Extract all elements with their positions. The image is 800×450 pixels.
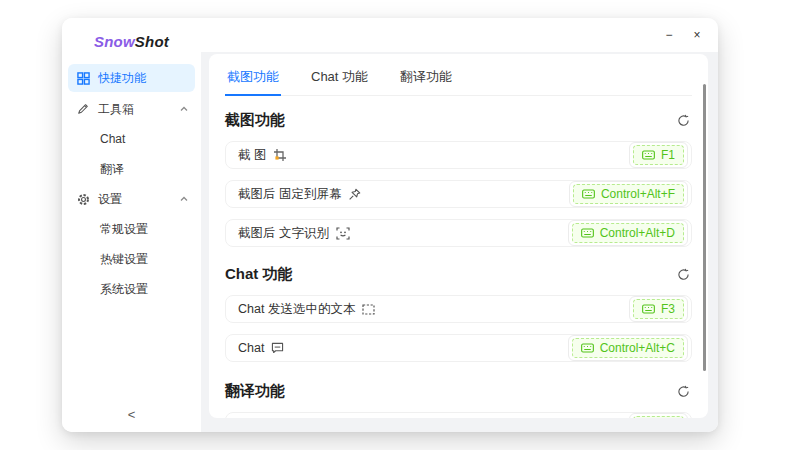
keyboard-icon: [581, 228, 594, 238]
hotkey-button[interactable]: F4: [629, 413, 688, 418]
row-text: Chat 发送选中的文本: [238, 301, 355, 318]
sidebar-item-label: 翻译: [100, 161, 124, 178]
keyboard-icon: [582, 189, 595, 199]
sync-icon: [677, 114, 690, 127]
pen-icon: [76, 103, 90, 115]
tab-chat-functions[interactable]: Chat 功能: [309, 62, 370, 96]
content-area: 截图功能 Chat 功能 翻译功能 截图功能 截 图: [201, 52, 718, 432]
hotkey-text: F3: [661, 301, 675, 317]
section-sync-button[interactable]: [675, 112, 692, 129]
hotkey-text: Control+Alt+C: [600, 340, 675, 356]
sync-icon: [677, 385, 690, 398]
hotkey-tag: F4: [633, 416, 684, 418]
sidebar-collapse-button[interactable]: <: [62, 396, 201, 432]
sidebar-item-hotkey-settings[interactable]: 热键设置: [62, 244, 201, 274]
main-pane: − × 截图功能 Chat 功能 翻译功能 截图功能: [201, 18, 718, 432]
hotkey-button[interactable]: Control+Alt+D: [568, 220, 688, 246]
keyboard-icon: [581, 343, 594, 353]
hotkey-row: 截图后 固定到屏幕 Control+Alt+F: [225, 180, 692, 208]
text-selection-icon: [362, 304, 375, 315]
logo-part-snow: Snow: [94, 33, 135, 50]
hotkey-row-label: Chat: [238, 341, 284, 355]
sidebar-item-translate[interactable]: 翻译: [62, 154, 201, 184]
hotkey-button[interactable]: F3: [629, 296, 688, 322]
hotkey-row-label: 截图后 固定到屏幕: [238, 186, 361, 203]
hotkey-tag: Control+Alt+D: [572, 223, 684, 243]
section-sync-button[interactable]: [675, 266, 692, 283]
keyboard-icon: [642, 304, 655, 314]
gear-icon: [76, 193, 90, 206]
appstore-grid-icon: [76, 72, 90, 85]
chevron-up-icon: [179, 194, 189, 204]
tab-screenshot-functions[interactable]: 截图功能: [225, 62, 281, 96]
tab-translate-functions[interactable]: 翻译功能: [398, 62, 454, 96]
sidebar-item-quick-functions[interactable]: 快捷功能: [68, 64, 195, 92]
sidebar-item-system-settings[interactable]: 系统设置: [62, 274, 201, 304]
section-header-translate: 翻译功能: [225, 381, 692, 401]
sidebar-item-chat[interactable]: Chat: [62, 124, 201, 154]
sidebar-item-label: 快捷功能: [98, 70, 146, 87]
titlebar: − ×: [201, 18, 718, 52]
row-text: 截 图: [238, 147, 266, 164]
hotkey-tag: Control+Alt+F: [573, 184, 684, 204]
app-logo: SnowShot: [62, 18, 201, 56]
hotkey-row-label: 翻译选中的文本: [238, 418, 346, 419]
keyboard-icon: [642, 150, 655, 160]
app-window: SnowShot 快捷功能 工具箱 Chat: [62, 18, 718, 432]
sidebar: SnowShot 快捷功能 工具箱 Chat: [62, 18, 201, 432]
message-icon: [271, 342, 284, 354]
row-text: 翻译选中的文本: [238, 418, 326, 419]
hotkey-button[interactable]: F1: [629, 142, 688, 168]
sidebar-item-label: 系统设置: [100, 281, 148, 298]
section-header-screenshot: 截图功能: [225, 110, 692, 130]
section-sync-button[interactable]: [675, 383, 692, 400]
sidebar-item-label: 工具箱: [98, 101, 134, 118]
row-text: Chat: [238, 341, 264, 355]
sidebar-item-general-settings[interactable]: 常规设置: [62, 214, 201, 244]
hotkey-tag: F1: [633, 145, 684, 165]
section-title: 截图功能: [225, 111, 285, 130]
hotkey-button[interactable]: Control+Alt+C: [568, 335, 688, 361]
minimize-button[interactable]: −: [656, 24, 682, 46]
row-text: 截图后 固定到屏幕: [238, 186, 341, 203]
section-title: Chat 功能: [225, 265, 293, 284]
close-button[interactable]: ×: [684, 24, 710, 46]
hotkey-row: Chat 发送选中的文本 F3: [225, 295, 692, 323]
logo-part-shot: Shot: [135, 33, 169, 50]
hotkey-settings-card: 截图功能 Chat 功能 翻译功能 截图功能 截 图: [209, 54, 708, 418]
hotkey-row: 截 图 F1: [225, 141, 692, 169]
hotkey-text: Control+Alt+F: [601, 186, 675, 202]
ocr-icon: [336, 227, 350, 240]
hotkey-row: 截图后 文字识别 Control+Alt+D: [225, 219, 692, 247]
sidebar-menu: 快捷功能 工具箱 Chat 翻译 设置: [62, 64, 201, 304]
hotkey-row: Chat Control+Alt+C: [225, 334, 692, 362]
sidebar-item-label: Chat: [100, 132, 125, 146]
hotkey-tag: Control+Alt+C: [572, 338, 684, 358]
section-header-chat: Chat 功能: [225, 264, 692, 284]
screenshot-icon: [273, 148, 287, 162]
pin-icon: [348, 188, 361, 201]
sidebar-item-label: 设置: [98, 191, 122, 208]
hotkey-row-label: Chat 发送选中的文本: [238, 301, 375, 318]
hotkey-tag: F3: [633, 299, 684, 319]
sync-icon: [677, 268, 690, 281]
hotkey-text: Control+Alt+D: [600, 225, 675, 241]
section-title: 翻译功能: [225, 382, 285, 401]
row-text: 截图后 文字识别: [238, 225, 329, 242]
hotkey-text: F1: [661, 147, 675, 163]
sidebar-item-settings[interactable]: 设置: [62, 184, 201, 214]
hotkey-button[interactable]: Control+Alt+F: [569, 181, 688, 207]
chevron-up-icon: [179, 104, 189, 114]
sidebar-item-toolbox[interactable]: 工具箱: [62, 94, 201, 124]
sidebar-item-label: 常规设置: [100, 221, 148, 238]
tab-bar: 截图功能 Chat 功能 翻译功能: [225, 58, 692, 96]
hotkey-row-label: 截图后 文字识别: [238, 225, 350, 242]
hotkey-row: 翻译选中的文本 F4: [225, 412, 692, 418]
scrollbar-thumb[interactable]: [703, 84, 706, 371]
hotkey-row-label: 截 图: [238, 147, 287, 164]
sidebar-item-label: 热键设置: [100, 251, 148, 268]
